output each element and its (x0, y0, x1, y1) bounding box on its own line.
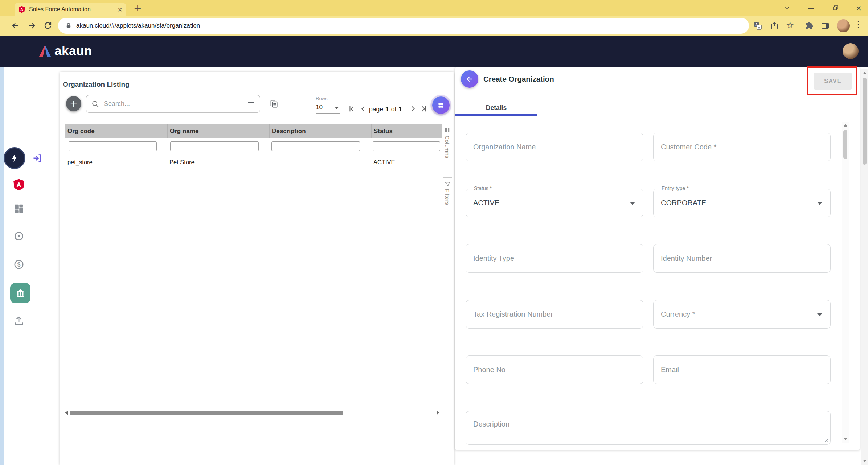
tabs-divider (455, 116, 860, 116)
tax-registration-number-input[interactable] (466, 300, 643, 328)
description-filter-input[interactable] (271, 141, 360, 151)
dollar-icon: $ (13, 259, 24, 270)
panel-scrollbar[interactable] (842, 122, 849, 443)
share-icon[interactable] (770, 21, 779, 30)
panel-scroll-thumb[interactable] (843, 130, 847, 159)
sidebar-item-sfa-applet[interactable]: A (13, 178, 25, 191)
customer-code-input[interactable] (654, 133, 830, 161)
sidebar-item-finance[interactable]: $ (13, 259, 24, 270)
page-scroll-thumb[interactable] (863, 78, 867, 165)
column-header-description[interactable]: Description (269, 124, 371, 138)
phone-no-input[interactable] (466, 356, 643, 384)
table-row[interactable]: pet_store Pet Store ACTIVE (65, 155, 442, 170)
phone-no-field[interactable] (466, 355, 643, 384)
previous-page-icon[interactable] (359, 105, 367, 113)
tab-favicon-icon: A (18, 6, 25, 13)
sidebar-item-applet-active[interactable] (4, 147, 25, 169)
new-tab-button[interactable]: + (134, 2, 142, 13)
extensions-icon[interactable] (805, 21, 814, 30)
pagination-text: page 1 of 1 (369, 106, 402, 113)
tax-registration-number-field[interactable] (466, 300, 643, 329)
panel-scroll-down-arrow[interactable] (844, 438, 847, 440)
browser-tab[interactable]: A Sales Force Automation × (15, 3, 126, 16)
address-bar[interactable]: akaun.cloud/#/applets/akaun/sfa/organiza… (58, 18, 749, 34)
org-code-filter-input[interactable] (69, 141, 157, 151)
sidebar-item-upload[interactable] (13, 315, 24, 326)
svg-text:A: A (20, 7, 23, 12)
window-close-button[interactable]: × (856, 4, 862, 12)
first-page-icon[interactable] (348, 105, 356, 113)
search-box[interactable] (86, 95, 260, 113)
hscroll-left-arrow[interactable] (65, 411, 68, 415)
rows-caret-icon (335, 107, 339, 109)
tab-close-icon[interactable]: × (117, 6, 123, 13)
page-label: page (369, 106, 383, 113)
identity-number-input[interactable] (654, 244, 830, 272)
panel-scroll-up-arrow[interactable] (844, 124, 847, 127)
currency-input[interactable] (654, 300, 830, 328)
entity-type-select[interactable]: Entity type * CORPORATE (653, 189, 831, 217)
save-button[interactable]: SAVE (814, 73, 852, 90)
identity-type-input[interactable] (466, 244, 643, 272)
page-scroll-down-arrow[interactable] (863, 460, 867, 462)
sidebar-item-organization-active[interactable] (10, 283, 30, 303)
filters-tool-icon[interactable] (445, 181, 451, 187)
currency-select[interactable] (653, 300, 831, 329)
column-header-org-code[interactable]: Org code (65, 124, 167, 138)
org-name-filter-input[interactable] (170, 141, 259, 151)
column-header-org-name[interactable]: Org name (167, 124, 269, 138)
email-field[interactable] (653, 355, 831, 384)
description-field[interactable] (466, 411, 831, 445)
bookmark-star-icon[interactable]: ☆ (786, 20, 794, 30)
filters-tool-label[interactable]: Filters (444, 189, 450, 205)
of-label: of (391, 106, 397, 113)
akaun-logo-icon (38, 45, 52, 58)
listing-title: Organization Listing (63, 81, 130, 89)
lock-icon (65, 22, 72, 29)
browser-menu-icon[interactable]: ⋮ (854, 20, 863, 29)
identity-number-field[interactable] (653, 244, 831, 273)
back-button[interactable] (461, 70, 478, 88)
organization-name-input[interactable] (466, 133, 643, 161)
identity-type-field[interactable] (466, 244, 643, 273)
column-header-status[interactable]: Status (371, 124, 442, 138)
sidebar-item-dashboard[interactable] (13, 203, 24, 214)
organization-name-field[interactable] (466, 133, 643, 161)
rows-per-page-select[interactable]: 10 (316, 104, 341, 114)
back-icon[interactable] (11, 21, 20, 30)
browser-profile-avatar[interactable] (837, 19, 850, 32)
customer-code-field[interactable] (653, 133, 831, 161)
next-page-icon[interactable] (409, 105, 417, 113)
side-panel-icon[interactable] (821, 21, 830, 30)
add-organization-button[interactable]: + (66, 96, 81, 111)
columns-tool-label[interactable]: Columns (444, 136, 450, 159)
window-minimize-button[interactable] (808, 8, 814, 9)
email-input[interactable] (654, 356, 830, 384)
sidebar-item-help[interactable] (13, 231, 24, 242)
translate-icon[interactable]: A (753, 21, 762, 30)
reload-icon[interactable] (44, 21, 52, 30)
search-input[interactable] (103, 100, 243, 108)
status-select[interactable]: Status * ACTIVE (466, 189, 643, 217)
resize-handle-icon[interactable] (823, 437, 828, 443)
sidebar-expand-button[interactable] (32, 153, 43, 163)
rows-label: Rows (316, 96, 328, 101)
create-organization-panel: Create Organization SAVE Details Status … (455, 67, 860, 450)
status-filter-input[interactable] (373, 141, 440, 151)
hscroll-right-arrow[interactable] (437, 411, 439, 415)
last-page-icon[interactable] (420, 105, 428, 113)
hscroll-thumb[interactable] (70, 411, 343, 415)
url-text[interactable]: akaun.cloud/#/applets/akaun/sfa/organiza… (76, 22, 200, 29)
columns-tool-icon[interactable] (445, 127, 451, 133)
description-textarea[interactable] (466, 411, 830, 444)
duplicate-view-icon[interactable] (269, 99, 279, 109)
tab-details[interactable]: Details (455, 100, 537, 116)
window-chevron-icon[interactable] (784, 5, 790, 11)
filter-list-icon[interactable] (247, 100, 255, 108)
user-avatar[interactable] (843, 43, 859, 59)
window-restore-button[interactable] (832, 5, 839, 11)
forward-icon[interactable] (28, 21, 36, 30)
page-scrollbar[interactable] (861, 69, 868, 465)
page-scroll-up-arrow[interactable] (863, 72, 867, 74)
grid-view-toggle-button[interactable] (432, 96, 450, 114)
